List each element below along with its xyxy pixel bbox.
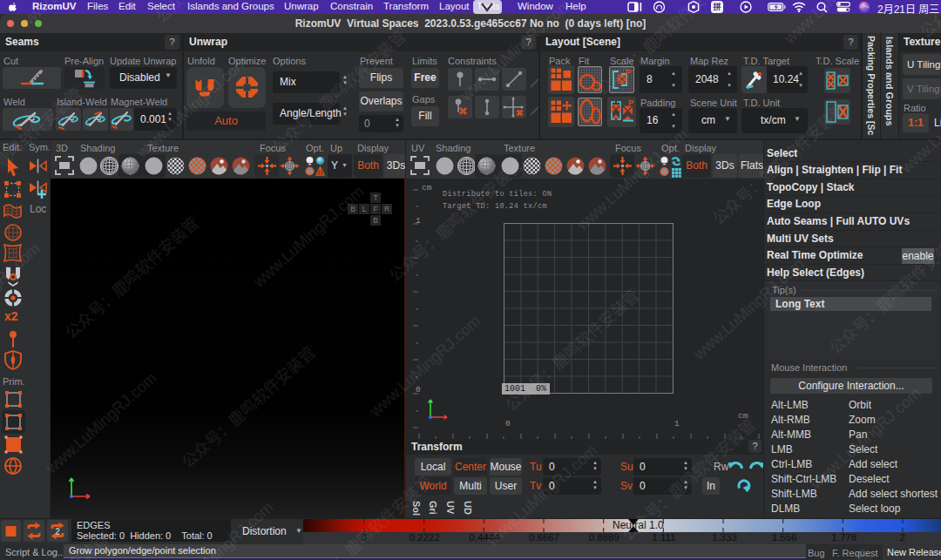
svg-text:2: 2 [55, 527, 60, 536]
svg-text:P: P [628, 99, 633, 107]
svg-text:P: P [626, 68, 631, 77]
